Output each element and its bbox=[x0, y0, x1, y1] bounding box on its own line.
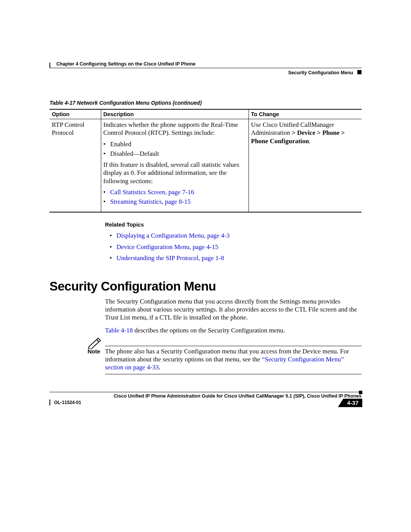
footer-line bbox=[49, 392, 362, 392]
footer-title: Cisco Unified IP Phone Administration Gu… bbox=[49, 393, 362, 399]
cell-option: RTP Control Protocol bbox=[49, 119, 101, 212]
related-heading: Related Topics bbox=[105, 222, 362, 228]
th-to-change: To Change bbox=[249, 109, 362, 119]
page-footer: Cisco Unified IP Phone Administration Gu… bbox=[49, 392, 362, 409]
table-header-row: Option Description To Change bbox=[49, 109, 362, 119]
desc-link-list: Call Statistics Screen, page 7-16 Stream… bbox=[110, 187, 246, 207]
list-item: Device Configuration Menu, page 4-15 bbox=[116, 241, 362, 253]
footer-page-number: 4-37 bbox=[343, 399, 362, 407]
header-rule bbox=[49, 62, 50, 68]
note-rule-top bbox=[105, 346, 362, 346]
cell-to-change: Use Cisco Unified CallManager Administra… bbox=[249, 119, 362, 212]
pencil-icon bbox=[88, 337, 103, 349]
section-body: The Security Configuration menu that you… bbox=[105, 297, 362, 334]
header-line bbox=[49, 68, 362, 68]
cell-description: Indicates whether the phone supports the… bbox=[101, 119, 249, 212]
bullet-item: Disabled—Default bbox=[110, 149, 246, 158]
desc-para-2: If this feature is disabled, several cal… bbox=[104, 161, 246, 185]
options-table: Option Description To Change RTP Control… bbox=[49, 109, 362, 212]
link-call-stats[interactable]: Call Statistics Screen, page 7-16 bbox=[110, 189, 194, 196]
bullet-item: Enabled bbox=[110, 139, 246, 149]
section-para-2: Table 4-18 describes the options on the … bbox=[105, 326, 362, 334]
page-content: Chapter 4 Configuring Settings on the Ci… bbox=[49, 60, 362, 374]
bullet-item: Streaming Statistics, page 8-15 bbox=[110, 197, 246, 206]
list-item: Understanding the SIP Protocol, page 1-8 bbox=[116, 252, 362, 264]
th-option: Option bbox=[49, 109, 101, 119]
table-caption: Table 4-17 Network Configuration Menu Op… bbox=[49, 100, 362, 106]
table-row: RTP Control Protocol Indicates whether t… bbox=[49, 119, 362, 212]
list-item: Displaying a Configuration Menu, page 4-… bbox=[116, 230, 362, 241]
link-device-config-menu[interactable]: Device Configuration Menu, page 4-15 bbox=[116, 243, 218, 251]
header-section: Security Configuration Menu bbox=[288, 70, 353, 75]
bullet-item: Call Statistics Screen, page 7-16 bbox=[110, 187, 246, 197]
note-text: The phone also has a Security Configurat… bbox=[105, 339, 362, 372]
note-block: Note The phone also has a Security Confi… bbox=[88, 339, 362, 374]
header-marker bbox=[357, 70, 362, 74]
footer-page-cut bbox=[338, 399, 343, 407]
desc-bullets-1: Enabled Disabled—Default bbox=[110, 139, 246, 159]
section-para-2-text: describes the options on the Security Co… bbox=[133, 327, 285, 334]
header-chapter: Chapter 4 Configuring Settings on the Ci… bbox=[56, 61, 196, 67]
related-topics: Related Topics Displaying a Configuratio… bbox=[105, 222, 362, 264]
section-heading: Security Configuration Menu bbox=[49, 279, 362, 294]
link-streaming-stats[interactable]: Streaming Statistics, page 8-15 bbox=[110, 198, 191, 205]
related-list: Displaying a Configuration Menu, page 4-… bbox=[116, 230, 362, 264]
page-header: Chapter 4 Configuring Settings on the Ci… bbox=[49, 60, 362, 79]
note-label: Note bbox=[88, 348, 100, 355]
desc-para-1: Indicates whether the phone supports the… bbox=[104, 121, 246, 137]
footer-doc-id: OL-11524-01 bbox=[54, 400, 81, 405]
link-sip-protocol[interactable]: Understanding the SIP Protocol, page 1-8 bbox=[116, 254, 224, 262]
footer-vbar bbox=[49, 399, 50, 406]
chg-text-post: . bbox=[309, 137, 311, 145]
footer-row-2: OL-11524-01 4-37 bbox=[49, 399, 362, 409]
note-rule-bottom bbox=[105, 374, 362, 374]
link-display-config-menu[interactable]: Displaying a Configuration Menu, page 4-… bbox=[116, 232, 229, 239]
section-para-1: The Security Configuration menu that you… bbox=[105, 297, 362, 322]
note-text-b: . bbox=[159, 364, 160, 371]
th-description: Description bbox=[101, 109, 249, 119]
footer-marker bbox=[359, 391, 362, 394]
link-table-4-18[interactable]: Table 4-18 bbox=[105, 327, 133, 334]
